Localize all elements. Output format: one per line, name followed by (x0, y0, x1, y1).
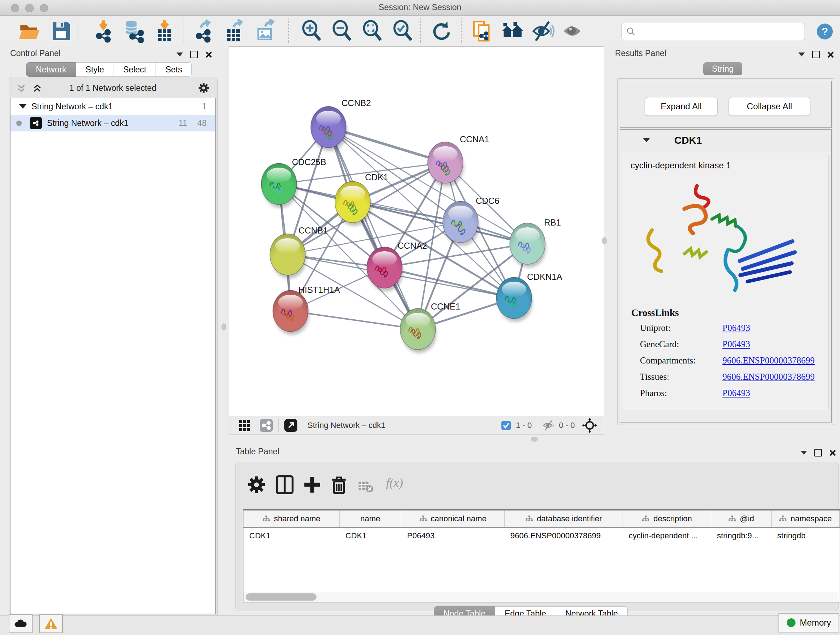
create-column-icon[interactable] (302, 475, 322, 495)
control-panel-controls (177, 51, 212, 58)
first-neighbors-icon[interactable] (470, 19, 494, 43)
help-button[interactable]: ? (817, 24, 833, 40)
import-network-icon[interactable] (93, 19, 117, 43)
zoom-out-icon[interactable] (331, 19, 355, 43)
node-label: CCNB1 (298, 226, 328, 235)
network-node-cdkn1a[interactable]: CDKN1A (496, 272, 562, 322)
table-cell[interactable]: stringdb:9... (711, 528, 772, 544)
network-node-ccnb2[interactable]: CCNB2 (311, 98, 371, 151)
column-header[interactable]: name (340, 510, 401, 527)
export-image-icon[interactable] (253, 19, 277, 43)
memory-label: Memory (800, 618, 831, 628)
crosslink-value[interactable]: P06493 (722, 388, 750, 398)
expand-all-button[interactable]: Expand All (645, 97, 718, 116)
table-cell[interactable]: P06493 (401, 528, 505, 544)
table-gear-icon[interactable] (246, 475, 267, 495)
right-splitter-handle[interactable] (602, 237, 607, 244)
crosslink-value[interactable]: 9606.ENSP00000378699 (722, 356, 815, 366)
scrollbar-thumb[interactable] (246, 593, 317, 600)
delete-column-icon[interactable] (329, 475, 349, 495)
table-cell[interactable]: CDK1 (340, 528, 401, 544)
column-label: database identifier (537, 514, 602, 524)
panel-menu-icon[interactable] (801, 451, 807, 455)
selected-node-count: 1 - 0 (516, 421, 532, 430)
export-network-icon[interactable] (193, 19, 216, 43)
tree-network-row[interactable]: String Network – cdk1 11 48 (11, 115, 215, 131)
table-cell[interactable]: cyclin-dependent ... (623, 528, 711, 544)
import-network-from-database-icon[interactable] (122, 19, 146, 43)
hide-selected-icon[interactable] (531, 19, 555, 43)
column-header[interactable]: namespace (772, 510, 840, 527)
column-header[interactable]: shared name (243, 510, 340, 527)
network-node-ccna1[interactable]: CCNA1 (428, 134, 489, 187)
network-edge[interactable] (385, 268, 514, 298)
zoom-in-icon[interactable] (300, 19, 324, 43)
table-cell[interactable]: CDK1 (243, 528, 340, 544)
horizontal-scrollbar[interactable] (243, 592, 838, 602)
search-input[interactable] (638, 25, 799, 38)
tab-string[interactable]: String (703, 62, 742, 75)
table-cell[interactable]: stringdb (772, 528, 840, 544)
gear-icon[interactable] (197, 82, 210, 94)
crosslink-label: GeneCard: (631, 339, 722, 349)
gene-description: cyclin-dependent kinase 1 (630, 160, 731, 171)
network-canvas[interactable]: CCNB2CCNA1CDC25BCDK1CDC6RB1CCNB1CCNA2CDK… (229, 46, 604, 416)
cloud-button[interactable] (9, 614, 33, 633)
column-header[interactable]: @id (711, 510, 772, 527)
tab-network[interactable]: Network (26, 62, 76, 77)
show-columns-icon[interactable] (275, 475, 295, 495)
gene-section-header[interactable]: CDK1 (620, 130, 831, 153)
network-node-hist1h1a[interactable]: HIST1H1A (273, 285, 340, 335)
main-toolbar: ? (0, 16, 840, 46)
open-in-new-window-icon[interactable] (284, 418, 298, 432)
table-cell[interactable]: 9606.ENSP00000378699 (505, 528, 623, 544)
tab-sets[interactable]: Sets (156, 62, 192, 77)
table-row[interactable]: CDK1CDK1P064939606.ENSP00000378699cyclin… (243, 528, 840, 544)
float-panel-icon[interactable] (190, 51, 198, 58)
birds-eye-view-icon[interactable] (582, 418, 597, 433)
grid-view-icon[interactable] (238, 419, 251, 432)
warnings-button[interactable] (39, 614, 63, 633)
refresh-icon[interactable] (429, 19, 453, 43)
network-node-rb1[interactable]: RB1 (510, 218, 561, 268)
network-node-ccnb1[interactable]: CCNB1 (270, 226, 328, 279)
float-panel-icon[interactable] (814, 449, 822, 456)
horizontal-splitter-handle[interactable] (531, 437, 538, 442)
close-panel-icon[interactable] (205, 51, 212, 58)
tree-collection-row[interactable]: String Network – cdk1 1 (11, 98, 215, 115)
panel-menu-icon[interactable] (798, 52, 805, 57)
network-node-cdc6[interactable]: CDC6 (443, 196, 499, 246)
close-panel-icon[interactable] (827, 51, 834, 58)
import-table-icon[interactable] (153, 19, 177, 43)
two-houses-icon[interactable] (501, 19, 524, 43)
save-session-icon[interactable] (49, 19, 73, 43)
column-header[interactable]: description (623, 510, 711, 527)
zoom-fit-icon[interactable] (361, 19, 385, 43)
network-node-cdc25b[interactable]: CDC25B (261, 157, 326, 208)
collapse-icon[interactable] (19, 104, 27, 109)
zoom-selected-icon[interactable] (392, 19, 415, 43)
crosslink-value[interactable]: P06493 (722, 323, 750, 333)
network-edge[interactable] (328, 127, 418, 329)
crosslink-value[interactable]: 9606.ENSP00000378699 (722, 372, 815, 382)
memory-button[interactable]: Memory (778, 613, 839, 632)
float-panel-icon[interactable] (812, 51, 820, 58)
network-graph[interactable]: CCNB2CCNA1CDC25BCDK1CDC6RB1CCNB1CCNA2CDK… (229, 47, 604, 416)
statusbar-separator (278, 418, 279, 432)
tab-style[interactable]: Style (76, 62, 114, 77)
open-session-icon[interactable] (17, 19, 41, 43)
export-table-icon[interactable] (223, 19, 247, 43)
toolbar-separator (420, 19, 421, 43)
collapse-section-icon[interactable] (643, 138, 650, 142)
crosslink-value[interactable]: P06493 (722, 339, 750, 349)
network-view-icon[interactable] (259, 418, 273, 432)
column-header[interactable]: database identifier (505, 510, 623, 527)
collapse-all-button[interactable]: Collapse All (729, 97, 810, 116)
selected-checkbox-icon[interactable] (501, 420, 512, 431)
column-header[interactable]: canonical name (401, 510, 505, 527)
panel-menu-icon[interactable] (177, 52, 183, 57)
close-panel-icon[interactable] (829, 449, 836, 456)
network-edge[interactable] (291, 311, 418, 329)
tab-select[interactable]: Select (114, 62, 156, 77)
left-splitter-handle[interactable] (221, 323, 226, 331)
